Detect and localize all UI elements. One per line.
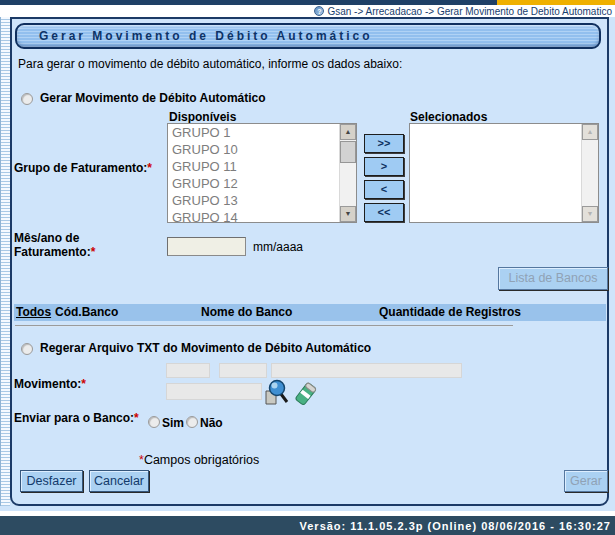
selected-scrollbar[interactable]: ▲ ▼	[581, 124, 598, 222]
cancel-button[interactable]: Cancelar	[89, 470, 149, 492]
list-item[interactable]: GRUPO 10	[168, 141, 339, 158]
column-header-bank-name: Nome do Banco	[201, 305, 292, 319]
required-note: *Campos obrigatórios	[139, 453, 259, 467]
scroll-up-icon[interactable]: ▲	[340, 124, 356, 140]
available-label: Disponíveis	[169, 110, 236, 124]
version-bar: Versão: 11.1.05.2.3p (Online) 08/06/2016…	[0, 516, 615, 535]
list-item[interactable]: GRUPO 11	[168, 158, 339, 175]
generate-option-radio[interactable]	[21, 93, 33, 105]
regenerate-option-radio[interactable]	[21, 343, 33, 355]
column-header-bank-code: Cód.Banco	[55, 305, 118, 319]
send-yes-radio[interactable]	[148, 416, 160, 428]
scrollbar-thumb[interactable]	[340, 141, 356, 163]
help-icon[interactable]: ?	[314, 6, 324, 16]
scroll-down-icon[interactable]: ▼	[340, 206, 356, 222]
required-asterisk: *	[81, 377, 86, 391]
billing-month-input[interactable]	[167, 237, 246, 256]
list-item[interactable]: GRUPO 14	[168, 209, 339, 222]
required-asterisk: *	[147, 161, 152, 175]
billing-group-label: Grupo de Faturamento:*	[14, 161, 152, 175]
billing-month-label-line2: Faturamento:*	[14, 245, 95, 259]
send-yes-label: Sim	[162, 416, 184, 430]
generate-option-label: Gerar Movimento de Débito Automático	[40, 91, 266, 105]
version-text: Versão: 11.1.05.2.3p (Online) 08/06/2016…	[300, 520, 612, 532]
eraser-icon[interactable]	[293, 381, 318, 407]
move-all-left-button[interactable]: <<	[364, 203, 404, 222]
movimento-field-1[interactable]	[166, 363, 210, 378]
scroll-down-icon[interactable]: ▼	[582, 206, 598, 222]
page-title-bar: Gerar Movimento de Débito Automático	[15, 23, 601, 49]
gsan-window: ? Gsan -> Arrecadacao -> Gerar Movimento…	[0, 0, 615, 535]
bank-table-header: Todos Cód.Banco Nome do Banco Quantidade…	[14, 304, 606, 321]
generate-button[interactable]: Gerar	[564, 470, 608, 492]
available-options: GRUPO 1 GRUPO 10 GRUPO 11 GRUPO 12 GRUPO…	[168, 124, 339, 222]
content-frame: Gerar Movimento de Débito Automático Par…	[10, 17, 609, 506]
movimento-field-4[interactable]	[166, 383, 262, 400]
select-all-link[interactable]: Todos	[16, 305, 51, 319]
bank-list-button[interactable]: Lista de Bancos	[498, 267, 608, 290]
selected-label: Selecionados	[410, 110, 487, 124]
search-icon[interactable]	[264, 379, 290, 406]
page-title: Gerar Movimento de Débito Automático	[17, 25, 599, 47]
scroll-up-icon[interactable]: ▲	[582, 124, 598, 140]
undo-button[interactable]: Desfazer	[20, 470, 83, 492]
move-left-button[interactable]: <	[364, 180, 404, 199]
list-item[interactable]: GRUPO 12	[168, 175, 339, 192]
billing-month-label-line1: Mês/ano de	[14, 231, 79, 245]
breadcrumb[interactable]: Gsan -> Arrecadacao -> Gerar Movimento d…	[327, 6, 612, 17]
send-to-bank-label: Enviar para o Banco:*	[14, 411, 139, 425]
movimento-field-2[interactable]	[219, 363, 267, 378]
date-format-hint: mm/aaaa	[253, 240, 303, 254]
send-no-label: Não	[200, 416, 223, 430]
available-scrollbar[interactable]: ▲ ▼	[339, 124, 356, 222]
move-right-button[interactable]: >	[364, 157, 404, 176]
send-no-radio[interactable]	[186, 416, 198, 428]
list-item[interactable]: GRUPO 1	[168, 124, 339, 141]
list-item[interactable]: GRUPO 13	[168, 192, 339, 209]
regenerate-option-label: Regerar Arquivo TXT do Movimento de Débi…	[40, 341, 371, 355]
movimento-field-3[interactable]	[271, 363, 462, 378]
selected-listbox[interactable]: ▲ ▼	[409, 123, 599, 223]
column-header-record-count: Quantidade de Registros	[379, 305, 521, 319]
breadcrumb-bar: ? Gsan -> Arrecadacao -> Gerar Movimento…	[0, 5, 615, 17]
movimento-label: Movimento:*	[14, 377, 86, 391]
available-listbox[interactable]: GRUPO 1 GRUPO 10 GRUPO 11 GRUPO 12 GRUPO…	[167, 123, 357, 223]
required-asterisk: *	[91, 245, 96, 259]
move-all-right-button[interactable]: >>	[364, 134, 404, 153]
table-separator	[15, 325, 513, 327]
required-asterisk: *	[134, 411, 139, 425]
instruction-text: Para gerar o movimento de débito automát…	[18, 57, 402, 71]
left-frame-gutter	[0, 17, 10, 506]
